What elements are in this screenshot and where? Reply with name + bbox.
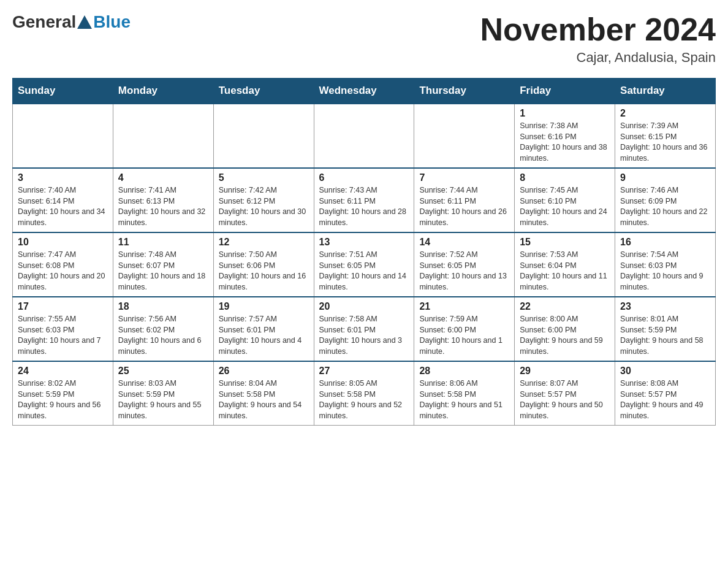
day-info: Sunrise: 8:08 AMSunset: 5:57 PMDaylight:… (620, 378, 710, 421)
day-info: Sunrise: 7:54 AMSunset: 6:03 PMDaylight:… (620, 250, 710, 293)
calendar-cell: 20Sunrise: 7:58 AMSunset: 6:01 PMDayligh… (314, 297, 414, 361)
title-area: November 2024 Cajar, Andalusia, Spain (480, 12, 716, 66)
day-number: 8 (520, 172, 610, 183)
day-info: Sunrise: 7:46 AMSunset: 6:09 PMDaylight:… (620, 185, 710, 228)
day-info: Sunrise: 7:47 AMSunset: 6:08 PMDaylight:… (18, 250, 108, 293)
calendar-cell: 11Sunrise: 7:48 AMSunset: 6:07 PMDayligh… (113, 232, 213, 297)
day-number: 15 (520, 237, 610, 248)
calendar-cell: 12Sunrise: 7:50 AMSunset: 6:06 PMDayligh… (213, 232, 314, 297)
day-info: Sunrise: 7:45 AMSunset: 6:10 PMDaylight:… (520, 185, 610, 228)
calendar-cell: 26Sunrise: 8:04 AMSunset: 5:58 PMDayligh… (213, 361, 314, 426)
day-number: 11 (118, 237, 208, 248)
calendar-cell: 3Sunrise: 7:40 AMSunset: 6:14 PMDaylight… (13, 168, 113, 232)
calendar-cell: 21Sunrise: 7:59 AMSunset: 6:00 PMDayligh… (414, 297, 515, 361)
week-row-5: 24Sunrise: 8:02 AMSunset: 5:59 PMDayligh… (13, 361, 716, 426)
day-info: Sunrise: 8:03 AMSunset: 5:59 PMDaylight:… (118, 378, 208, 421)
day-info: Sunrise: 8:05 AMSunset: 5:58 PMDaylight:… (319, 378, 409, 421)
day-number: 17 (18, 301, 108, 312)
day-number: 6 (319, 172, 409, 183)
day-number: 13 (319, 237, 409, 248)
day-number: 12 (219, 237, 309, 248)
calendar-cell: 30Sunrise: 8:08 AMSunset: 5:57 PMDayligh… (615, 361, 716, 426)
logo-triangle-icon (77, 15, 92, 29)
day-number: 29 (520, 366, 610, 377)
calendar-cell (13, 104, 113, 168)
calendar-cell: 23Sunrise: 8:01 AMSunset: 5:59 PMDayligh… (615, 297, 716, 361)
weekday-header-saturday: Saturday (615, 79, 716, 104)
calendar-cell: 15Sunrise: 7:53 AMSunset: 6:04 PMDayligh… (515, 232, 615, 297)
day-number: 20 (319, 301, 409, 312)
day-number: 23 (620, 301, 710, 312)
day-number: 2 (620, 108, 710, 119)
calendar-cell: 14Sunrise: 7:52 AMSunset: 6:05 PMDayligh… (414, 232, 515, 297)
day-info: Sunrise: 7:43 AMSunset: 6:11 PMDaylight:… (319, 185, 409, 228)
day-info: Sunrise: 7:57 AMSunset: 6:01 PMDaylight:… (219, 314, 309, 357)
calendar-cell: 24Sunrise: 8:02 AMSunset: 5:59 PMDayligh… (13, 361, 113, 426)
week-row-3: 10Sunrise: 7:47 AMSunset: 6:08 PMDayligh… (13, 232, 716, 297)
day-info: Sunrise: 8:06 AMSunset: 5:58 PMDaylight:… (419, 378, 509, 421)
day-info: Sunrise: 7:59 AMSunset: 6:00 PMDaylight:… (419, 314, 509, 357)
calendar-cell: 13Sunrise: 7:51 AMSunset: 6:05 PMDayligh… (314, 232, 414, 297)
day-number: 1 (520, 108, 610, 119)
calendar-title: November 2024 (480, 12, 716, 47)
day-number: 26 (219, 366, 309, 377)
weekday-header-thursday: Thursday (414, 79, 515, 104)
calendar-cell: 28Sunrise: 8:06 AMSunset: 5:58 PMDayligh… (414, 361, 515, 426)
weekday-header-sunday: Sunday (13, 79, 113, 104)
day-info: Sunrise: 7:39 AMSunset: 6:15 PMDaylight:… (620, 121, 710, 164)
week-row-1: 1Sunrise: 7:38 AMSunset: 6:16 PMDaylight… (13, 104, 716, 168)
calendar-cell: 1Sunrise: 7:38 AMSunset: 6:16 PMDaylight… (515, 104, 615, 168)
week-row-4: 17Sunrise: 7:55 AMSunset: 6:03 PMDayligh… (13, 297, 716, 361)
calendar-cell: 17Sunrise: 7:55 AMSunset: 6:03 PMDayligh… (13, 297, 113, 361)
calendar-cell: 7Sunrise: 7:44 AMSunset: 6:11 PMDaylight… (414, 168, 515, 232)
day-number: 5 (219, 172, 309, 183)
calendar-cell: 4Sunrise: 7:41 AMSunset: 6:13 PMDaylight… (113, 168, 213, 232)
calendar-subtitle: Cajar, Andalusia, Spain (480, 50, 716, 66)
calendar-cell: 2Sunrise: 7:39 AMSunset: 6:15 PMDaylight… (615, 104, 716, 168)
weekday-header-tuesday: Tuesday (213, 79, 314, 104)
day-number: 24 (18, 366, 108, 377)
calendar-cell: 16Sunrise: 7:54 AMSunset: 6:03 PMDayligh… (615, 232, 716, 297)
day-number: 19 (219, 301, 309, 312)
day-info: Sunrise: 7:51 AMSunset: 6:05 PMDaylight:… (319, 250, 409, 293)
day-info: Sunrise: 7:42 AMSunset: 6:12 PMDaylight:… (219, 185, 309, 228)
calendar-cell: 27Sunrise: 8:05 AMSunset: 5:58 PMDayligh… (314, 361, 414, 426)
calendar-cell (213, 104, 314, 168)
day-number: 30 (620, 366, 710, 377)
day-number: 14 (419, 237, 509, 248)
calendar-cell: 9Sunrise: 7:46 AMSunset: 6:09 PMDaylight… (615, 168, 716, 232)
day-info: Sunrise: 8:00 AMSunset: 6:00 PMDaylight:… (520, 314, 610, 357)
logo-area: General Blue (12, 12, 131, 32)
day-info: Sunrise: 7:52 AMSunset: 6:05 PMDaylight:… (419, 250, 509, 293)
day-info: Sunrise: 8:04 AMSunset: 5:58 PMDaylight:… (219, 378, 309, 421)
day-info: Sunrise: 7:40 AMSunset: 6:14 PMDaylight:… (18, 185, 108, 228)
day-number: 28 (419, 366, 509, 377)
calendar-cell: 10Sunrise: 7:47 AMSunset: 6:08 PMDayligh… (13, 232, 113, 297)
calendar-cell (414, 104, 515, 168)
day-info: Sunrise: 7:55 AMSunset: 6:03 PMDaylight:… (18, 314, 108, 357)
day-info: Sunrise: 8:01 AMSunset: 5:59 PMDaylight:… (620, 314, 710, 357)
day-info: Sunrise: 7:56 AMSunset: 6:02 PMDaylight:… (118, 314, 208, 357)
calendar-cell: 5Sunrise: 7:42 AMSunset: 6:12 PMDaylight… (213, 168, 314, 232)
calendar-table: SundayMondayTuesdayWednesdayThursdayFrid… (12, 78, 716, 426)
day-number: 7 (419, 172, 509, 183)
calendar-cell: 18Sunrise: 7:56 AMSunset: 6:02 PMDayligh… (113, 297, 213, 361)
day-info: Sunrise: 7:50 AMSunset: 6:06 PMDaylight:… (219, 250, 309, 293)
calendar-cell: 22Sunrise: 8:00 AMSunset: 6:00 PMDayligh… (515, 297, 615, 361)
day-number: 18 (118, 301, 208, 312)
weekday-header-friday: Friday (515, 79, 615, 104)
day-number: 3 (18, 172, 108, 183)
day-number: 10 (18, 237, 108, 248)
logo-general-text: General (12, 12, 76, 32)
weekday-header-row: SundayMondayTuesdayWednesdayThursdayFrid… (13, 79, 716, 104)
day-number: 25 (118, 366, 208, 377)
calendar-cell: 6Sunrise: 7:43 AMSunset: 6:11 PMDaylight… (314, 168, 414, 232)
day-number: 21 (419, 301, 509, 312)
week-row-2: 3Sunrise: 7:40 AMSunset: 6:14 PMDaylight… (13, 168, 716, 232)
calendar-cell (314, 104, 414, 168)
calendar-cell: 19Sunrise: 7:57 AMSunset: 6:01 PMDayligh… (213, 297, 314, 361)
day-number: 16 (620, 237, 710, 248)
calendar-cell (113, 104, 213, 168)
day-info: Sunrise: 8:07 AMSunset: 5:57 PMDaylight:… (520, 378, 610, 421)
day-info: Sunrise: 7:44 AMSunset: 6:11 PMDaylight:… (419, 185, 509, 228)
